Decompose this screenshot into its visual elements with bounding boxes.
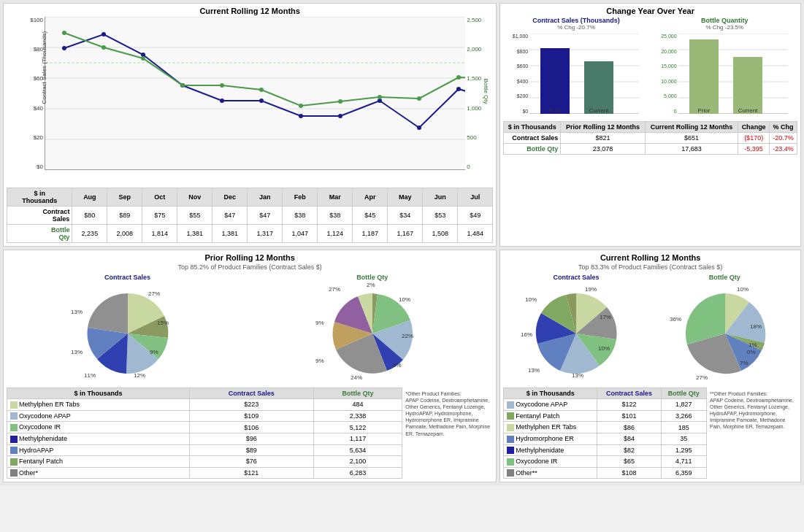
cell: 1,047 [283,225,318,243]
svg-text:10%: 10% [598,345,610,352]
svg-point-7 [102,32,106,36]
prior-bottom-content: $ in Thousands Contract Sales Bottle Qty… [7,388,493,479]
prior-pie-row: Contract Sales [7,274,493,385]
prior-contract-pie-svg: 27% 15% 9% 12% 11% 13% 13% [69,281,186,383]
contract-yticks: $1,000$800$600$400$200$0 [508,34,528,114]
svg-point-11 [259,99,264,103]
svg-text:Prior: Prior [549,107,562,114]
current-table-wrap: $ in Thousands Contract Sales Bottle Qty… [503,388,707,479]
line-chart-svg: Aug Sep Oct Nov Dec Jan Feb Mar Apr May … [45,17,465,170]
yoy-pct-contract: -20.7% [770,133,797,144]
yoy-pct-bottle: -23.4% [770,144,797,155]
svg-point-12 [299,114,303,118]
list-item: HydroAPAP $895,634 [7,444,402,456]
yoy-change-bottle: -5,395 [738,144,770,155]
cell: 2,008 [107,225,142,243]
top-row: Current Rolling 12 Months Contract Sales… [3,3,801,247]
list-item: Other** $1086,359 [504,467,707,479]
line-chart-title: Current Rolling 12 Months [7,7,493,15]
svg-text:11%: 11% [84,372,96,379]
cell: $38 [318,207,353,225]
yoy-table: $ in Thousands Prior Rolling 12 Months C… [503,121,797,155]
svg-text:17%: 17% [600,314,611,320]
svg-point-13 [338,114,342,118]
prior-bottle-pie-section: Bottle Qty [251,274,493,385]
contract-sales-label: ContractSales [7,207,72,225]
cell: 1,124 [318,225,353,243]
svg-text:Current: Current [738,107,757,114]
current-bottle-pie-section: Bottle Qty [652,274,797,385]
cell: $53 [423,207,458,225]
yoy-current-bottle: 17,683 [645,144,738,155]
table-header-may: May [388,188,423,207]
yoy-change-contract: ($170) [738,133,770,144]
prior-th-bottle: Bottle Qty [313,388,402,399]
yoy-th-label: $ in Thousands [504,122,561,133]
contract-bar-svg: Prior Current [529,34,639,114]
list-item: Hydromorphone ER $8435 [504,433,707,444]
cell: $55 [177,207,213,225]
list-item: Methylphen ER Tabs $223484 [7,399,402,411]
cell: 1,187 [353,225,388,243]
cell: 1,381 [213,225,248,243]
list-item: Fentanyl Patch $762,100 [7,456,402,468]
svg-text:13%: 13% [71,349,83,355]
svg-text:27%: 27% [329,286,340,293]
svg-text:0%: 0% [747,349,756,355]
bottle-yticks: 25,00020,00015,00010,0005,0000 [656,34,677,114]
yoy-current-contract: $651 [645,133,738,144]
cell: 1,484 [458,225,493,243]
svg-point-26 [378,95,382,99]
svg-point-28 [456,75,461,80]
svg-text:1%: 1% [749,342,757,348]
svg-text:15%: 15% [157,320,169,326]
current-th-label: $ in Thousands [504,388,597,399]
svg-point-19 [102,45,106,50]
yoy-contract-pct: % Chg -20.7% [503,24,648,31]
prior-bottle-pie-svg: 2% 10% 22% 5% 24% 9% 9% 27% [314,281,431,383]
svg-text:10%: 10% [737,286,749,293]
svg-text:2%: 2% [367,282,375,288]
table-header-jun: Jun [423,188,458,207]
svg-text:13%: 13% [572,372,583,379]
cell: $45 [353,207,388,225]
cell: $38 [283,207,318,225]
cell: 2,235 [72,225,107,243]
svg-text:9%: 9% [150,349,158,355]
yoy-prior-bottle: 23,078 [561,144,645,155]
contract-bar-area: $1,000$800$600$400$200$0 [509,34,643,114]
line-chart-table: $ inThousands Aug Sep Oct Nov Dec Jan Fe… [7,188,493,243]
line-chart-panel: Current Rolling 12 Months Contract Sales… [3,3,497,247]
yoy-th-pct: % Chg [770,122,797,133]
yoy-contract-section: Contract Sales (Thousands) % Chg -20.7% … [503,17,648,117]
yoy-row-bottle: Bottle Qty 23,078 17,683 -5,395 -23.4% [504,144,797,155]
current-title: Current Rolling 12 Months [503,253,797,262]
table-row-bottle: BottleQty 2,235 2,008 1,814 1,381 1,381 … [7,225,493,243]
svg-text:24%: 24% [351,374,362,381]
yoy-bottle-section: Bottle Quantity % Chg -23.5% 25,00020,00… [652,17,797,117]
list-item: Oxycodone APAP $1221,827 [504,399,707,411]
yoy-bottle-title: Bottle Quantity [652,17,797,24]
cell: $89 [107,207,142,225]
yoy-title: Change Year Over Year [503,7,797,15]
yoy-th-prior: Prior Rolling 12 Months [561,122,645,133]
cell: $80 [72,207,107,225]
table-header-sep: Sep [107,188,142,207]
list-item: Oxycodone IR $1065,122 [7,422,402,433]
prior-bottle-pie-label: Bottle Qty [251,274,493,281]
bottle-bar-svg: Prior Current [678,34,788,114]
table-header-apr: Apr [353,188,388,207]
svg-point-27 [417,96,421,101]
yoy-charts-row: Contract Sales (Thousands) % Chg -20.7% … [503,17,797,117]
current-subtitle: Top 83.3% of Product Families (Contract … [503,263,797,271]
contract-prior-bar [540,48,570,114]
list-item: Methylphenidate $821,295 [504,444,707,456]
cell: 1,508 [423,225,458,243]
yoy-chart-panel: Change Year Over Year Contract Sales (Th… [499,3,801,247]
current-th-bottle: Bottle Qty [661,388,706,399]
svg-text:Prior: Prior [697,107,710,114]
table-header-feb: Feb [283,188,318,207]
prior-panel: Prior Rolling 12 Months Top 85.2% of Pro… [3,250,497,482]
list-item: Methylphen ER Tabs $86185 [504,422,707,433]
svg-point-20 [141,56,145,61]
